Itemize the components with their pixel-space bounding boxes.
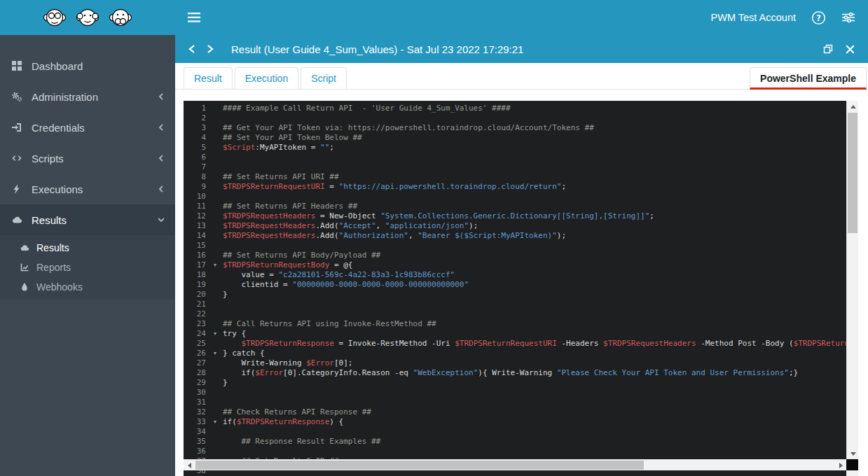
sidebar-item-credentials[interactable]: Credentials (0, 112, 175, 143)
chevron-left-icon (157, 154, 165, 162)
gears-icon (10, 91, 24, 102)
sidebar-item-scripts[interactable]: Scripts (0, 143, 175, 174)
menu-toggle-button[interactable] (188, 13, 200, 22)
horizontal-scrollbar[interactable] (184, 459, 846, 470)
sidebar-item-dashboard[interactable]: Dashboard (0, 50, 175, 81)
down-arrow-icon (850, 452, 856, 456)
topbar: PWM Test Account ? (175, 0, 868, 35)
editor-gutter: 1234567891011121314151617▾18192021222324… (184, 104, 219, 476)
scrollbar-under-strip (846, 470, 858, 476)
menu-hamburger-icon (188, 13, 200, 22)
chevron-right-icon (206, 44, 214, 54)
vertical-scrollbar[interactable] (846, 101, 858, 459)
scroll-right-button[interactable] (835, 460, 846, 471)
fold-toggle-icon[interactable]: ▾ (214, 417, 216, 427)
tab-execution[interactable]: Execution (235, 67, 298, 90)
help-circle-icon: ? (811, 10, 826, 25)
sidebar-subitem-webhooks[interactable]: Webhooks (0, 277, 175, 297)
sidebar-subitem-reports[interactable]: Reports (0, 258, 175, 277)
dialog-title: Result (User Guide 4_Sum_Values) - Sat J… (231, 43, 523, 55)
restore-window-button[interactable] (822, 43, 834, 55)
up-arrow-icon (850, 105, 856, 108)
chevron-left-icon (157, 92, 165, 101)
tab-result[interactable]: Result (184, 67, 233, 90)
sidebar-subitem-label: Results (36, 242, 69, 253)
chart-line-icon (18, 262, 30, 272)
sidebar-item-results[interactable]: Results (0, 204, 175, 235)
sidebar-item-label: Executions (32, 183, 83, 195)
svg-text:?: ? (816, 13, 821, 22)
result-content: Result Execution Script PowerShell Examp… (175, 63, 868, 476)
droplet-icon (18, 282, 30, 292)
sidebar-item-label: Scripts (32, 153, 64, 164)
close-button[interactable] (845, 44, 855, 55)
cloud-icon (10, 214, 24, 225)
topbar-right: PWM Test Account ? (711, 10, 855, 25)
sidebar-subitem-label: Webhooks (36, 281, 83, 293)
close-icon (845, 44, 855, 55)
chevron-left-icon (188, 44, 196, 54)
sidebar-subitem-label: Reports (36, 262, 71, 273)
tab-script[interactable]: Script (301, 67, 347, 90)
sidebar-item-label: Results (32, 214, 67, 226)
next-result-button[interactable] (206, 44, 214, 54)
sign-in-icon (10, 122, 24, 133)
app-logo[interactable] (0, 0, 175, 35)
results-submenu: Results Reports Webhooks (0, 235, 175, 300)
sidebar-item-administration[interactable]: Administration (0, 81, 175, 112)
tab-powershell-example[interactable]: PowerShell Example (750, 67, 867, 90)
scroll-left-button[interactable] (184, 460, 195, 471)
scroll-up-button[interactable] (847, 101, 858, 112)
main-area: PWM Test Account ? (175, 0, 868, 476)
scroll-down-button[interactable] (847, 448, 858, 459)
right-arrow-icon (839, 463, 843, 468)
chevron-down-icon (157, 216, 165, 224)
app-window: Dashboard Administration Credentials (0, 0, 868, 476)
code-icon (10, 153, 24, 164)
three-monkeys-logo-icon (39, 4, 137, 31)
fold-toggle-icon[interactable]: ▾ (214, 329, 216, 339)
fold-toggle-icon[interactable]: ▾ (214, 349, 216, 358)
fold-toggle-icon[interactable]: ▾ (214, 260, 216, 270)
titlebar-actions (822, 43, 855, 55)
settings-button[interactable] (841, 10, 855, 24)
restore-window-icon (822, 43, 834, 55)
vertical-scroll-thumb[interactable] (848, 113, 857, 233)
tab-bar: Result Execution Script PowerShell Examp… (175, 63, 868, 90)
prev-result-button[interactable] (188, 44, 196, 54)
sidebar-menu: Dashboard Administration Credentials (0, 35, 175, 300)
sidebar-item-label: Credentials (32, 122, 85, 134)
help-button[interactable]: ? (811, 10, 826, 25)
result-titlebar: Result (User Guide 4_Sum_Values) - Sat J… (175, 35, 868, 63)
sliders-icon (841, 10, 855, 24)
editor-code[interactable]: #### Example Call Return API - 'User Gui… (223, 104, 846, 476)
cloud-icon (18, 243, 30, 253)
sidebar: Dashboard Administration Credentials (0, 0, 175, 476)
bolt-icon (10, 183, 24, 195)
sidebar-subitem-results[interactable]: Results (0, 238, 175, 258)
dashboard-grid-icon (10, 60, 24, 71)
sidebar-item-executions[interactable]: Executions (0, 174, 175, 204)
sidebar-item-label: Dashboard (32, 60, 83, 72)
chevron-left-icon (157, 185, 165, 193)
sidebar-item-label: Administration (32, 91, 98, 103)
account-name[interactable]: PWM Test Account (711, 12, 796, 23)
left-arrow-icon (188, 463, 191, 468)
code-editor[interactable]: 1234567891011121314151617▾18192021222324… (184, 101, 858, 476)
horizontal-scroll-thumb[interactable] (195, 461, 644, 470)
chevron-left-icon (157, 123, 165, 132)
scrollbar-corner (846, 459, 858, 470)
